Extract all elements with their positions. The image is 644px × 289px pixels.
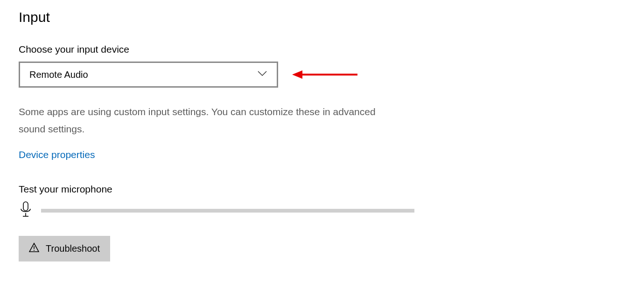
device-properties-link[interactable]: Device properties [19, 149, 95, 160]
svg-point-7 [34, 250, 35, 251]
input-device-selected: Remote Audio [29, 69, 88, 80]
troubleshoot-button[interactable]: Troubleshoot [19, 236, 110, 261]
info-text: Some apps are using custom input setting… [19, 103, 399, 138]
microphone-icon [19, 201, 41, 220]
troubleshoot-label: Troubleshoot [46, 243, 100, 254]
mic-level-bar [41, 209, 414, 213]
section-title: Input [19, 9, 625, 25]
arrow-annotation [292, 68, 357, 82]
svg-rect-2 [23, 202, 28, 211]
warning-icon [29, 242, 46, 255]
chevron-down-icon [257, 70, 267, 79]
svg-marker-1 [292, 70, 302, 79]
input-device-label: Choose your input device [19, 44, 625, 55]
mic-test-label: Test your microphone [19, 184, 625, 195]
input-device-dropdown[interactable]: Remote Audio [19, 62, 278, 88]
